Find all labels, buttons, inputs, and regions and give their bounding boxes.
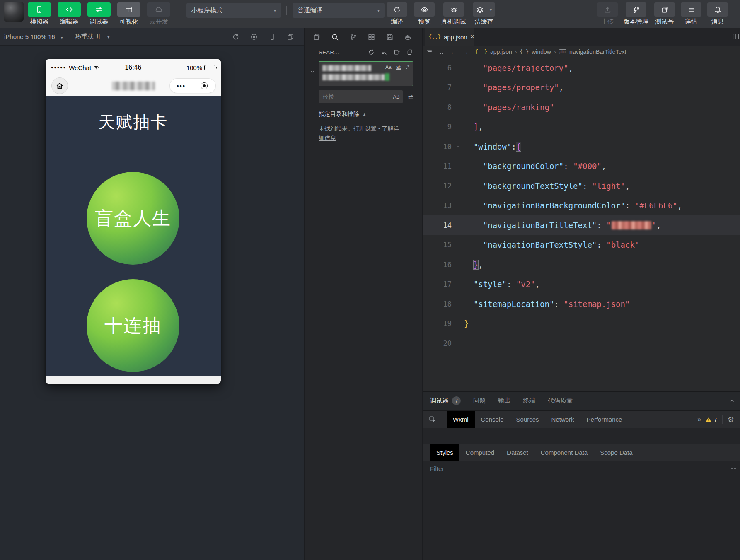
- chevron-down-icon: ▾: [377, 8, 380, 13]
- inspector-tab-styles[interactable]: Styles: [430, 444, 459, 461]
- toggle-replace-chevron-icon[interactable]: [310, 69, 315, 75]
- tab-app-json[interactable]: {..} app.json ×: [425, 28, 474, 46]
- circle-button-1[interactable]: 盲盒人生: [87, 172, 179, 265]
- screenshot-record-icon[interactable]: [250, 33, 258, 41]
- toolbar-preview-button[interactable]: [414, 2, 435, 17]
- code-line-9[interactable]: 9 ],: [423, 117, 740, 137]
- match-case-toggle[interactable]: Aa: [385, 64, 392, 70]
- code-line-20[interactable]: 20: [423, 333, 740, 353]
- restart-simulator-icon[interactable]: [232, 33, 239, 41]
- close-icon[interactable]: ×: [470, 33, 474, 41]
- toolbar-simulator-button[interactable]: [28, 2, 51, 17]
- regex-toggle[interactable]: .*: [405, 64, 410, 70]
- outline-icon[interactable]: [426, 48, 433, 55]
- extensions-icon[interactable]: [368, 33, 375, 41]
- back-arrow-icon[interactable]: ←: [450, 48, 457, 56]
- debugger-tab-输出[interactable]: 输出: [498, 392, 510, 410]
- gear-icon[interactable]: ⚙: [728, 415, 734, 424]
- code-line-15[interactable]: 15 "navigationBarTextStyle": "black": [423, 235, 740, 255]
- toolbar-clear-cache-button[interactable]: ▾: [473, 2, 495, 17]
- code-line-16[interactable]: 16 },: [423, 255, 740, 275]
- bookmark-icon[interactable]: [438, 49, 445, 55]
- code-line-14[interactable]: 14 "navigationBarTitleText": "",: [423, 215, 740, 235]
- toolbar-messages-button[interactable]: [707, 2, 728, 17]
- toolbar-cloud-dev-button[interactable]: [147, 2, 170, 17]
- more-menu-icon[interactable]: •••: [170, 82, 193, 89]
- code-line-19[interactable]: 19}: [423, 314, 740, 334]
- home-button[interactable]: [51, 77, 68, 94]
- open-settings-link[interactable]: 打开设置: [353, 125, 377, 132]
- collapse-panel-icon[interactable]: [728, 398, 735, 404]
- toolbar-visualizer-button[interactable]: [117, 2, 140, 17]
- search-input[interactable]: Aa ab .*: [319, 61, 413, 86]
- clear-search-results-icon[interactable]: [381, 49, 387, 56]
- collapse-results-icon[interactable]: [406, 49, 413, 56]
- element-tree-area[interactable]: [423, 428, 740, 444]
- simulator-body: ●●●●● WeChat 16:46 100%: [0, 46, 304, 560]
- more-tabs-icon[interactable]: »: [697, 416, 700, 423]
- device-frame-icon[interactable]: [268, 33, 276, 41]
- fold-chevron-icon[interactable]: [455, 144, 461, 149]
- inspector-tab-computed[interactable]: Computed: [459, 444, 501, 461]
- code-line-8[interactable]: 8 "pages/ranking": [423, 97, 740, 117]
- toolbar-test-account-button[interactable]: [654, 2, 675, 17]
- code-line-12[interactable]: 12 "backgroundTextStyle": "light",: [423, 176, 740, 196]
- code-line-10[interactable]: 10 "window":{: [423, 137, 740, 157]
- inspector-tab-scope-data[interactable]: Scope Data: [594, 444, 638, 461]
- breadcrumb[interactable]: {..} app.json › { } window › abc navigat…: [475, 48, 626, 55]
- debugger-tab-终端[interactable]: 终端: [523, 392, 535, 410]
- toolbar-compile-button[interactable]: [387, 2, 407, 17]
- code-line-13[interactable]: 13 "navigationBarBackgroundColor": "#F6F…: [423, 196, 740, 216]
- open-in-editor-icon[interactable]: [394, 49, 400, 56]
- code-line-7[interactable]: 7 "pages/property",: [423, 78, 740, 98]
- mode-dropdown[interactable]: 小程序模式 ▾: [186, 3, 281, 18]
- source-control-icon[interactable]: [349, 33, 357, 41]
- search-icon[interactable]: [331, 33, 339, 41]
- toolbar-version-control-button[interactable]: [626, 2, 646, 17]
- debugger-tab-调试器[interactable]: 调试器7: [430, 392, 461, 410]
- replace-all-icon[interactable]: ⇄: [408, 93, 413, 101]
- inspector-tab-dataset[interactable]: Dataset: [501, 444, 534, 461]
- code-line-17[interactable]: 17 "style": "v2",: [423, 275, 740, 294]
- storage-icon[interactable]: [386, 33, 394, 41]
- code-line-18[interactable]: 18 "sitemapLocation": "sitemap.json": [423, 294, 740, 314]
- whole-word-toggle[interactable]: ab: [395, 64, 402, 70]
- devtools-tab-wxml[interactable]: Wxml: [447, 411, 475, 428]
- compile-mode-dropdown[interactable]: 普通编译 ▾: [293, 3, 385, 18]
- multi-window-icon[interactable]: [287, 33, 294, 41]
- styles-options-icon[interactable]: [731, 468, 736, 469]
- warning-counter[interactable]: 7: [705, 416, 717, 423]
- debugger-tab-问题[interactable]: 问题: [473, 392, 486, 410]
- refresh-search-icon[interactable]: [368, 49, 375, 56]
- replace-input[interactable]: 替换 AB: [319, 90, 403, 103]
- inspect-element-icon[interactable]: [423, 411, 441, 428]
- preserve-case-toggle[interactable]: AB: [393, 94, 399, 100]
- avatar[interactable]: [4, 2, 24, 22]
- inspector-tab-component-data[interactable]: Component Data: [534, 444, 594, 461]
- toolbar-device-debug-button[interactable]: [443, 2, 464, 17]
- code-editor[interactable]: 6 "pages/trajectory",7 "pages/property",…: [423, 58, 740, 391]
- forward-arrow-icon[interactable]: →: [462, 48, 469, 56]
- toolbar-upload-button[interactable]: [597, 2, 618, 17]
- split-editor-icon[interactable]: [732, 32, 740, 41]
- pages-icon[interactable]: [313, 33, 321, 41]
- devtools-tab-console[interactable]: Console: [475, 411, 510, 428]
- files-include-toggle[interactable]: 指定目录和排除 ▲: [319, 111, 413, 118]
- toolbar-debugger-button[interactable]: [87, 2, 111, 17]
- code-line-6[interactable]: 6 "pages/trajectory",: [423, 58, 740, 78]
- devtools-tab-performance[interactable]: Performance: [580, 411, 629, 428]
- container-icon[interactable]: [404, 33, 412, 41]
- debugger-tab-代码质量[interactable]: 代码质量: [548, 392, 573, 410]
- wechat-capsule-menu[interactable]: •••: [169, 78, 216, 93]
- toolbar-details-button[interactable]: [681, 2, 701, 17]
- toolbar-divider: [286, 6, 287, 15]
- code-line-11[interactable]: 11 "backgroundColor": "#000",: [423, 157, 740, 176]
- filter-input[interactable]: Filter: [430, 465, 444, 472]
- close-target-icon[interactable]: [193, 82, 216, 89]
- toolbar-editor-button[interactable]: [58, 2, 81, 17]
- devtools-tab-network[interactable]: Network: [545, 411, 580, 428]
- device-selector[interactable]: iPhone 5 100% 16 ▾: [4, 33, 63, 40]
- hot-reload-toggle[interactable]: 热重载 开 ▾: [75, 33, 109, 41]
- devtools-tab-sources[interactable]: Sources: [510, 411, 545, 428]
- circle-button-2[interactable]: 十连抽: [87, 279, 179, 372]
